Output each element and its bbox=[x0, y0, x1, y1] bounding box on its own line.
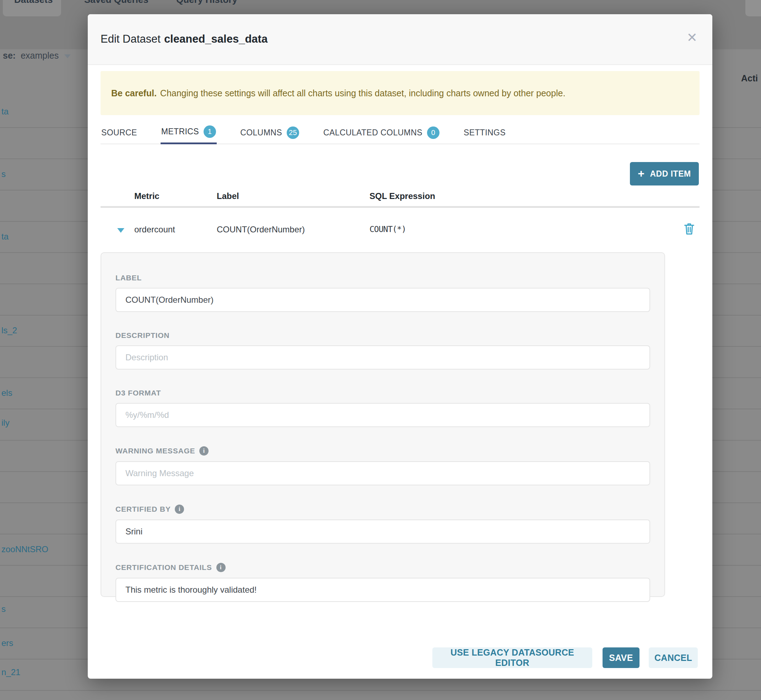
chevron-down-icon bbox=[64, 55, 71, 58]
column-header-sql-expression: SQL Expression bbox=[369, 191, 435, 201]
plus-icon: + bbox=[638, 168, 644, 179]
add-item-button[interactable]: + ADD ITEM bbox=[630, 162, 699, 186]
modal-title-dataset-name: cleaned_sales_data bbox=[164, 33, 267, 45]
add-item-label: ADD ITEM bbox=[650, 169, 691, 179]
tab-metrics-label: METRICS bbox=[161, 127, 199, 136]
metric-sql-expression: COUNT(*) bbox=[369, 225, 406, 234]
field-certified-by: CERTIFIED BY i bbox=[116, 505, 650, 544]
screen: Datasets Saved Queries Query History se:… bbox=[0, 0, 761, 700]
label-field-caption: LABEL bbox=[116, 273, 650, 282]
tab-source[interactable]: SOURCE bbox=[100, 121, 138, 144]
description-input[interactable] bbox=[116, 345, 650, 370]
tab-metrics[interactable]: METRICS 1 bbox=[161, 121, 217, 144]
field-description: DESCRIPTION bbox=[116, 331, 650, 370]
trash-icon[interactable] bbox=[684, 222, 695, 237]
info-icon[interactable]: i bbox=[199, 446, 209, 456]
metric-name: ordercount bbox=[134, 225, 175, 234]
warning-banner: Be careful. Changing these settings will… bbox=[100, 71, 700, 115]
tab-calculated-columns-label: CALCULATED COLUMNS bbox=[323, 128, 422, 138]
save-button[interactable]: SAVE bbox=[603, 647, 639, 668]
warning-banner-bold: Be careful. bbox=[111, 88, 157, 98]
actions-column-header: Acti bbox=[741, 73, 758, 83]
cancel-button[interactable]: CANCEL bbox=[649, 647, 698, 668]
d3-format-input[interactable] bbox=[116, 403, 650, 427]
warning-banner-text: Changing these settings will affect all … bbox=[160, 88, 566, 98]
modal-title-prefix: Edit Dataset bbox=[100, 33, 161, 45]
calculated-columns-count-badge: 0 bbox=[427, 127, 439, 139]
info-icon[interactable]: i bbox=[175, 505, 184, 514]
d3-format-field-caption: D3 FORMAT bbox=[116, 389, 650, 397]
table-header-divider bbox=[100, 206, 700, 208]
database-filter-value: examples bbox=[20, 50, 59, 60]
dataset-link-fragment[interactable]: ers bbox=[2, 638, 13, 648]
label-input[interactable] bbox=[116, 288, 650, 312]
dataset-link-fragment[interactable]: n_21 bbox=[2, 667, 20, 677]
tab-source-label: SOURCE bbox=[101, 128, 137, 138]
description-field-caption: DESCRIPTION bbox=[116, 331, 650, 340]
modal-header: Edit Datasetcleaned_sales_data ✕ bbox=[88, 14, 713, 65]
edit-dataset-modal: Edit Datasetcleaned_sales_data ✕ Be care… bbox=[88, 14, 713, 679]
dataset-link-fragment[interactable]: ls_2 bbox=[2, 325, 17, 336]
field-d3-format: D3 FORMAT bbox=[116, 389, 650, 427]
tab-settings[interactable]: SETTINGS bbox=[463, 121, 506, 144]
certified-by-input[interactable] bbox=[116, 519, 650, 544]
tab-calculated-columns[interactable]: CALCULATED COLUMNS 0 bbox=[323, 121, 440, 144]
dataset-link-fragment[interactable]: s bbox=[2, 169, 6, 179]
column-header-metric: Metric bbox=[134, 191, 159, 201]
metric-table-row: ordercount COUNT(OrderNumber) COUNT(*) bbox=[88, 220, 713, 245]
warning-message-field-caption: WARNING MESSAGE bbox=[116, 447, 195, 455]
modal-tabs: SOURCE METRICS 1 COLUMNS 25 CALCULATED C… bbox=[100, 121, 700, 144]
database-filter[interactable]: se:examples bbox=[3, 50, 71, 61]
certified-by-field-caption: CERTIFIED BY bbox=[116, 505, 170, 514]
certification-details-input[interactable] bbox=[116, 578, 650, 602]
column-header-label: Label bbox=[217, 191, 239, 201]
modal-title: Edit Datasetcleaned_sales_data bbox=[100, 33, 267, 45]
dataset-link-fragment[interactable]: ta bbox=[2, 106, 9, 117]
dataset-link-fragment[interactable]: s bbox=[2, 604, 6, 614]
info-icon[interactable]: i bbox=[216, 563, 226, 572]
dataset-link-fragment[interactable]: els bbox=[2, 388, 13, 398]
dataset-link-fragment[interactable]: ily bbox=[2, 418, 9, 428]
tab-query-history[interactable]: Query History bbox=[176, 0, 238, 5]
field-certification-details: CERTIFICATION DETAILS i bbox=[116, 563, 650, 602]
tab-columns-label: COLUMNS bbox=[240, 128, 282, 138]
field-warning-message: WARNING MESSAGE i bbox=[116, 446, 650, 485]
dataset-link-fragment[interactable]: ta bbox=[2, 232, 9, 242]
tab-datasets[interactable]: Datasets bbox=[14, 0, 53, 5]
columns-count-badge: 25 bbox=[287, 127, 299, 139]
metrics-count-badge: 1 bbox=[203, 125, 216, 138]
database-filter-label: se: bbox=[3, 50, 16, 60]
use-legacy-datasource-editor-button[interactable]: USE LEGACY DATASOURCE EDITOR bbox=[432, 647, 592, 668]
tab-settings-label: SETTINGS bbox=[464, 128, 506, 138]
metric-label: COUNT(OrderNumber) bbox=[217, 225, 305, 234]
warning-message-input[interactable] bbox=[116, 461, 650, 485]
top-right-button[interactable] bbox=[745, 0, 761, 16]
tab-saved-queries[interactable]: Saved Queries bbox=[84, 0, 148, 5]
dataset-link-fragment[interactable]: zooNNtSRO bbox=[2, 544, 48, 554]
field-label: LABEL bbox=[116, 273, 650, 312]
metric-detail-panel: LABEL DESCRIPTION D3 FORMAT WARNING MESS… bbox=[100, 252, 665, 597]
tab-columns[interactable]: COLUMNS 25 bbox=[239, 121, 300, 144]
collapse-caret-icon[interactable] bbox=[117, 228, 124, 233]
close-icon[interactable]: ✕ bbox=[687, 31, 697, 44]
certification-details-field-caption: CERTIFICATION DETAILS bbox=[116, 563, 212, 572]
